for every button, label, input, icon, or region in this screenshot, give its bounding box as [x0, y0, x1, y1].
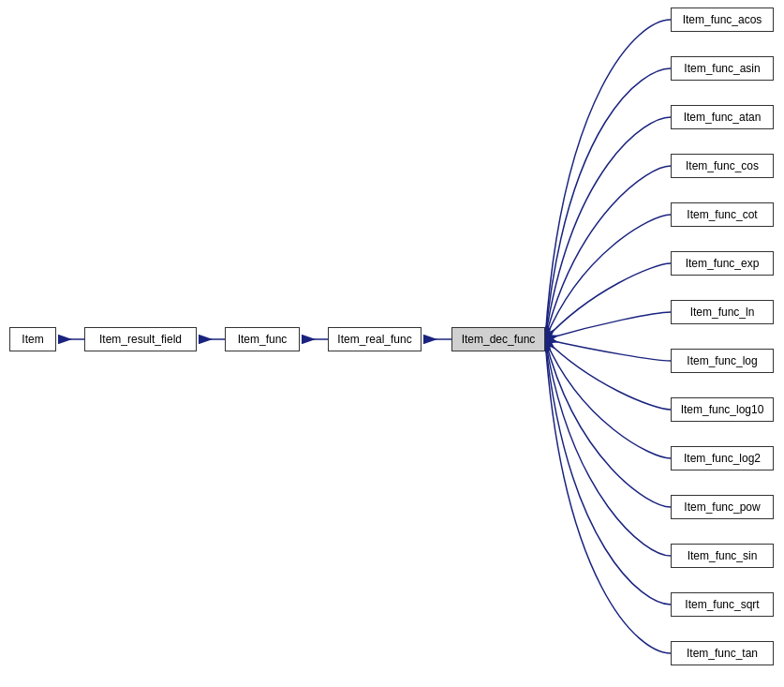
node-item-real-func: Item_real_func — [328, 327, 422, 351]
node-item-func-cos: Item_func_cos — [671, 154, 774, 178]
node-item: Item — [9, 327, 56, 351]
node-item-func-exp: Item_func_exp — [671, 251, 774, 276]
node-item-func-log10: Item_func_log10 — [671, 397, 774, 422]
diagram-container: Item Item_result_field Item_func Item_re… — [0, 0, 784, 687]
node-item-func-asin: Item_func_asin — [671, 56, 774, 81]
node-item-func-log: Item_func_log — [671, 349, 774, 373]
node-item-func-acos: Item_func_acos — [671, 7, 774, 32]
node-item-func: Item_func — [225, 327, 300, 351]
node-item-func-sqrt: Item_func_sqrt — [671, 592, 774, 617]
node-item-func-log2: Item_func_log2 — [671, 446, 774, 470]
node-item-result-field: Item_result_field — [84, 327, 197, 351]
node-item-func-cot: Item_func_cot — [671, 202, 774, 227]
node-item-func-tan: Item_func_tan — [671, 641, 774, 665]
node-item-func-sin: Item_func_sin — [671, 544, 774, 568]
node-item-func-pow: Item_func_pow — [671, 495, 774, 519]
node-item-func-atan: Item_func_atan — [671, 105, 774, 129]
node-item-func-ln: Item_func_ln — [671, 300, 774, 324]
node-item-dec-func: Item_dec_func — [451, 327, 545, 351]
